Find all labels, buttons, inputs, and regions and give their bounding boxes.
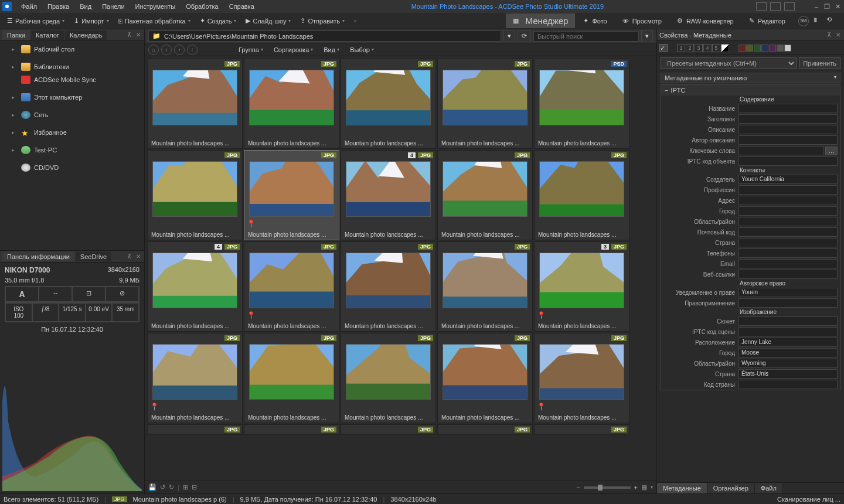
meta-value[interactable]: Youen — [738, 288, 838, 297]
meta-checkbox[interactable]: ✓ — [659, 44, 668, 52]
meta-value[interactable] — [738, 185, 838, 195]
iptc-section-header[interactable]: −IPTC — [661, 85, 840, 96]
meta-value[interactable]: États-Unis — [738, 369, 838, 379]
send-button[interactable]: ⇪Отправить▾ — [297, 15, 348, 26]
path-input[interactable]: 📁 C:\Users\User\Pictures\Mountain Photo … — [148, 30, 501, 42]
thumbnail[interactable]: JPG 📍Mountain photo landscapes ... — [244, 241, 339, 332]
meta-value[interactable] — [738, 104, 838, 113]
menu-Обработка[interactable]: Обработка — [181, 1, 223, 12]
mode-photo[interactable]: ✦Фото — [576, 15, 614, 27]
tab-file[interactable]: Файл — [755, 483, 783, 493]
meta-value[interactable] — [738, 217, 838, 226]
batch-button[interactable]: ⎘Пакетная обработка▾ — [115, 16, 194, 26]
thumbnail[interactable]: JPG Mountain photo landscapes ... — [534, 150, 629, 240]
meta-value[interactable] — [738, 298, 838, 308]
color-yellow[interactable] — [746, 45, 753, 52]
meta-value[interactable] — [738, 248, 838, 258]
tab-folders[interactable]: Папки — [2, 30, 30, 40]
nav-back-icon[interactable]: ‹ — [161, 45, 172, 55]
close-panel-icon[interactable]: ✕ — [135, 253, 142, 260]
minimize-button[interactable]: – — [812, 2, 821, 11]
thumbnail[interactable]: JPG — [437, 424, 533, 435]
thumbnail[interactable]: JPG Mountain photo landscapes ... — [147, 59, 243, 149]
view-mode-icon[interactable]: ▦ — [641, 483, 647, 491]
thumbnail[interactable]: JPG Mountain photo landscapes ... — [437, 59, 533, 149]
expand-icon[interactable]: ▸ — [12, 46, 18, 52]
thumbnail[interactable]: JPG Mountain photo landscapes ... — [437, 150, 533, 240]
meta-value[interactable] — [738, 146, 824, 155]
meta-value[interactable] — [738, 238, 838, 247]
color-gray[interactable] — [777, 45, 784, 52]
thumbnail[interactable]: JPG — [244, 424, 339, 435]
stats-icon[interactable]: ⫼ — [812, 16, 823, 26]
nav-fwd-icon[interactable]: › — [174, 45, 185, 55]
meta-more-button[interactable]: … — [825, 147, 838, 155]
mode-view[interactable]: 👁Просмотр — [615, 15, 669, 27]
zoom-slider[interactable] — [584, 486, 631, 489]
expand-icon[interactable]: ▸ — [12, 64, 18, 70]
meta-value[interactable] — [738, 327, 838, 336]
refresh-button[interactable]: ⟳ — [518, 30, 531, 42]
expand-icon[interactable]: ▸ — [12, 112, 18, 118]
meta-value[interactable] — [738, 380, 838, 389]
tree-item[interactable]: ▸★Избранное — [0, 127, 144, 138]
meta-value[interactable]: Moose — [738, 348, 838, 357]
thumbnail[interactable]: JPG 📍Mountain photo landscapes ... — [147, 333, 243, 423]
thumbnail[interactable]: JPG 📍Mountain photo landscapes ... — [534, 333, 629, 423]
workspace-button[interactable]: ☰Рабочая среда▾ — [4, 15, 68, 26]
search-input[interactable] — [533, 31, 639, 42]
tab-metadata[interactable]: Метаданные — [657, 483, 707, 493]
thumbnail[interactable]: JPG — [534, 424, 629, 435]
rating-clear[interactable] — [721, 44, 729, 52]
meta-value[interactable] — [738, 206, 838, 216]
rotate-left-icon[interactable]: ↺ — [160, 483, 165, 491]
meta-value[interactable] — [738, 316, 838, 326]
thumbnail[interactable]: JPG Mountain photo landscapes ... — [437, 333, 533, 423]
more-button[interactable]: » — [350, 16, 360, 25]
tool-icon[interactable]: ⊞ — [183, 483, 188, 491]
pin-icon[interactable]: ⊼ — [825, 32, 832, 39]
group-dropdown[interactable]: Группа▾ — [236, 45, 266, 55]
apply-button[interactable]: Применить — [799, 57, 840, 69]
tree-item[interactable]: ▸Сеть — [0, 109, 144, 121]
thumbnail[interactable]: 4JPG Mountain photo landscapes ... — [147, 241, 243, 332]
meta-value[interactable] — [738, 135, 838, 145]
zoom-in-icon[interactable]: + — [634, 484, 638, 491]
tree-item[interactable]: ▸Test-PC — [0, 144, 144, 156]
menu-Справка[interactable]: Справка — [224, 1, 259, 12]
menu-Вид[interactable]: Вид — [75, 1, 96, 12]
menu-Файл[interactable]: Файл — [16, 1, 42, 12]
layout-1-icon[interactable] — [756, 2, 767, 11]
menu-Правка[interactable]: Правка — [43, 1, 74, 12]
365-icon[interactable]: 365 — [798, 16, 809, 26]
color-red[interactable] — [738, 45, 746, 52]
color-none[interactable] — [784, 45, 791, 52]
maximize-button[interactable]: ❐ — [823, 2, 831, 11]
expand-icon[interactable]: ▸ — [12, 147, 18, 153]
thumbnail[interactable]: 3JPG 📍Mountain photo landscapes ... — [534, 241, 629, 332]
meta-value[interactable]: Wyoming — [738, 359, 838, 368]
layout-3-icon[interactable] — [784, 2, 795, 11]
tab-seedrive[interactable]: SeeDrive — [76, 252, 111, 261]
meta-preset-select[interactable]: Пресеты метаданных (Ctrl+M) — [661, 57, 797, 69]
pin-icon[interactable]: ⊼ — [125, 253, 132, 260]
thumbnail[interactable]: JPG — [147, 424, 243, 435]
rating-1[interactable]: 1 — [677, 44, 685, 52]
tool-icon[interactable]: ⊟ — [192, 483, 197, 491]
rotate-right-icon[interactable]: ↻ — [169, 483, 174, 491]
mode-raw[interactable]: ⚙RAW-конвертер — [670, 15, 741, 27]
tab-organizer[interactable]: Органайзер — [707, 483, 755, 493]
rating-4[interactable]: 4 — [703, 44, 712, 52]
tree-item[interactable]: ACDSee Mobile Sync — [0, 74, 144, 86]
color-blue[interactable] — [761, 45, 768, 52]
import-button[interactable]: ⤓Импорт▾ — [70, 15, 112, 26]
thumbnail[interactable]: JPG — [341, 424, 436, 435]
nav-home-icon[interactable]: ⌂ — [148, 45, 159, 55]
meta-value[interactable] — [738, 227, 838, 237]
path-dropdown[interactable]: ▾ — [503, 30, 515, 42]
color-purple[interactable] — [769, 45, 776, 52]
tab-catalog[interactable]: Каталог — [31, 30, 64, 40]
thumbnail[interactable]: JPG Mountain photo landscapes ... — [341, 241, 436, 332]
thumbnail[interactable]: JPG 📍Mountain photo landscapes ... — [244, 150, 339, 240]
tab-calendar[interactable]: Календарь — [65, 30, 107, 40]
